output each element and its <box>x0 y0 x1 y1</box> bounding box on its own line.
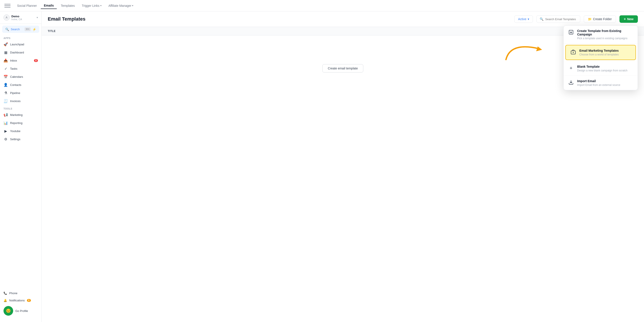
sidebar: A Demo Irvine, CA ▾ 🔍 Search ⌘K ⚡ Apps 🚀… <box>0 12 42 322</box>
download-icon <box>568 30 574 36</box>
dropdown-item-title: Import Email <box>577 79 620 83</box>
inbox-icon: 📥 <box>4 58 8 63</box>
tasks-icon: ✓ <box>4 66 8 71</box>
search-label: Search <box>11 28 23 31</box>
active-dropdown[interactable]: Active ▾ <box>514 15 533 23</box>
search-input[interactable] <box>545 18 577 21</box>
page-header: Email Templates Active ▾ 🔍 📁 Create Fold… <box>42 12 644 27</box>
sidebar-item-launchpad[interactable]: 🚀 Launchpad <box>0 40 42 48</box>
sidebar-item-contacts[interactable]: 👤 Contacts <box>0 81 42 89</box>
sidebar-item-pipeline[interactable]: ⚗ Pipeline <box>0 89 42 97</box>
new-button[interactable]: + New <box>620 15 638 23</box>
inbox-badge: 0 <box>34 59 38 62</box>
notifications-badge: 6 <box>27 299 31 302</box>
top-nav: Social Planner Emails Templates Trigger … <box>0 0 644 12</box>
launchpad-icon: 🚀 <box>4 42 8 46</box>
sidebar-item-invoices[interactable]: 🧾 Invoices <box>0 97 42 105</box>
create-folder-button[interactable]: 📁 Create Folder <box>584 15 616 23</box>
reporting-icon: 📊 <box>4 121 8 125</box>
chevron-down-icon: ▾ <box>132 4 133 7</box>
dropdown-item-import-email[interactable]: Import Email Import Email from an extern… <box>564 76 638 90</box>
user-location: Irvine, CA <box>12 18 35 20</box>
chevron-down-icon: ▾ <box>100 4 102 7</box>
dropdown-item-desc: Choose from a world of templates <box>579 53 618 56</box>
nav-affiliate-manager[interactable]: Affiliate Manager ▾ <box>106 3 136 9</box>
content-area: Email Templates Active ▾ 🔍 📁 Create Fold… <box>42 12 644 322</box>
page-title: Email Templates <box>48 16 511 22</box>
sidebar-item-tasks[interactable]: ✓ Tasks <box>0 64 42 73</box>
dropdown-item-desc: Pick a template used in existing campaig… <box>577 37 633 40</box>
plus-icon: + <box>568 65 574 71</box>
contacts-icon: 👤 <box>4 83 8 87</box>
col-title: TITLE <box>48 30 590 33</box>
tools-section-label: Tools <box>0 105 42 111</box>
sidebar-search[interactable]: 🔍 Search ⌘K ⚡ <box>2 26 39 33</box>
phone-icon: 📞 <box>4 292 7 295</box>
table-area: Create email template <box>42 36 644 322</box>
nav-emails[interactable]: Emails <box>41 2 57 9</box>
dashboard-icon: ▦ <box>4 50 8 54</box>
pipeline-icon: ⚗ <box>4 91 8 95</box>
invoices-icon: 🧾 <box>4 99 8 103</box>
sidebar-item-dashboard[interactable]: ▦ Dashboard <box>0 48 42 56</box>
sidebar-item-reporting[interactable]: 📊 Reporting <box>0 119 42 127</box>
nav-links: Social Planner Emails Templates Trigger … <box>14 2 136 9</box>
dropdown-item-blank-template[interactable]: + Blank Template Design a new blank camp… <box>564 61 638 76</box>
create-template-button[interactable]: Create email template <box>322 64 363 72</box>
nav-trigger-links[interactable]: Trigger Links ▾ <box>79 3 104 9</box>
chevron-down-icon: ▾ <box>36 16 38 19</box>
search-icon: 🔍 <box>540 17 544 21</box>
apps-section-label: Apps <box>0 34 42 40</box>
import-icon <box>568 80 574 86</box>
dropdown-item-title: Blank Template <box>577 65 627 68</box>
main-layout: A Demo Irvine, CA ▾ 🔍 Search ⌘K ⚡ Apps 🚀… <box>0 12 644 322</box>
box-icon <box>570 49 576 56</box>
nav-templates[interactable]: Templates <box>58 3 78 9</box>
active-label: Active <box>518 17 526 21</box>
search-icon: 🔍 <box>5 28 9 31</box>
plus-icon: + <box>624 17 626 21</box>
sidebar-user[interactable]: A Demo Irvine, CA ▾ <box>0 12 42 24</box>
dropdown-item-desc: Design a new blank campaign from scratch <box>577 69 627 72</box>
sidebar-item-notifications[interactable]: 🔔 Notifications 6 <box>0 297 42 304</box>
dropdown-item-email-marketing[interactable]: Email Marketing Templates Choose from a … <box>565 45 636 60</box>
sidebar-item-profile[interactable]: 😊 Go Profile <box>0 304 42 318</box>
dropdown-item-create-from-campaign[interactable]: Create Template from Existing Campaign P… <box>564 26 638 44</box>
table-header: TITLE LAST UPDATED <box>42 27 644 36</box>
sidebar-item-marketing[interactable]: 📢 Marketing <box>0 111 42 119</box>
nav-social-planner[interactable]: Social Planner <box>14 3 40 9</box>
avatar: A <box>4 14 10 20</box>
dropdown-item-title: Create Template from Existing Campaign <box>577 29 633 36</box>
profile-avatar: 😊 <box>4 306 13 316</box>
dropdown-item-title: Email Marketing Templates <box>579 49 618 52</box>
calendars-icon: 📅 <box>4 75 8 79</box>
folder-icon: 📁 <box>588 17 592 21</box>
search-box: 🔍 <box>536 15 580 23</box>
sidebar-item-phone[interactable]: 📞 Phone <box>0 290 42 297</box>
sidebar-item-settings[interactable]: ⚙ Settings <box>0 135 42 143</box>
sidebar-item-inbox[interactable]: 📥 Inbox 0 <box>0 56 42 64</box>
sidebar-item-youtube[interactable]: ▶ Youtube <box>0 127 42 135</box>
dropdown-menu: Create Template from Existing Campaign P… <box>563 26 638 90</box>
search-shortcut: ⌘K <box>24 28 31 31</box>
settings-icon: ⚙ <box>4 137 8 141</box>
user-name: Demo <box>12 15 35 18</box>
youtube-icon: ▶ <box>4 129 8 133</box>
marketing-icon: 📢 <box>4 113 8 117</box>
notifications-icon: 🔔 <box>4 299 7 302</box>
empty-state: Create email template <box>42 36 644 101</box>
chevron-down-icon: ▾ <box>528 17 529 21</box>
lightning-icon: ⚡ <box>32 28 36 31</box>
hamburger-menu[interactable] <box>4 3 10 9</box>
dropdown-item-desc: Import Email from an external source <box>577 84 620 86</box>
sidebar-item-calendars[interactable]: 📅 Calendars <box>0 73 42 81</box>
